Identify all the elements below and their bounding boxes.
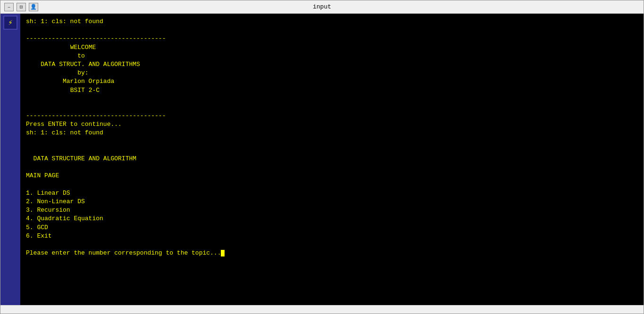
terminal-cursor (221, 250, 225, 256)
user-icon: 👤 (30, 4, 37, 10)
title-bar: – ⊡ 👤 input (0, 0, 644, 14)
minimize-button[interactable]: – (4, 3, 14, 11)
lightning-icon[interactable]: ⚡ (3, 16, 17, 30)
content-area: ⚡ sh: 1: cls: not found ----------------… (0, 14, 644, 305)
bottom-bar (0, 305, 644, 314)
lightning-symbol: ⚡ (8, 18, 13, 27)
restore-icon: ⊡ (20, 4, 23, 10)
window-title: input (313, 3, 331, 10)
minimize-icon: – (8, 4, 11, 10)
main-window: – ⊡ 👤 input ⚡ sh: 1: cls: not found ----… (0, 0, 644, 314)
user-button[interactable]: 👤 (29, 3, 38, 11)
left-sidebar: ⚡ (0, 14, 20, 305)
terminal-output[interactable]: sh: 1: cls: not found ------------------… (20, 14, 644, 305)
restore-button[interactable]: ⊡ (17, 3, 26, 11)
terminal-text: sh: 1: cls: not found ------------------… (26, 17, 638, 257)
title-bar-left: – ⊡ 👤 (4, 3, 38, 11)
